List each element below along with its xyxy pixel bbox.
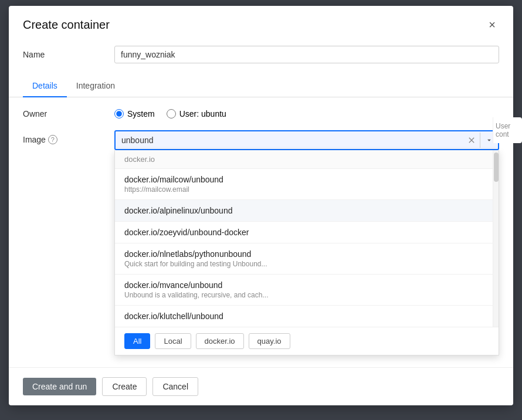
owner-row: Owner System User: ubuntu [23, 109, 499, 118]
modal-footer: Create and run Create Cancel [9, 367, 513, 405]
modal-title: Create container [23, 18, 110, 32]
modal-overlay: Create container × Name Details Integrat… [0, 0, 522, 420]
image-dropdown-list: docker.io docker.io/mailcow/unbound http… [114, 150, 499, 355]
tab-integration[interactable]: Integration [67, 75, 124, 97]
image-label-wrapper: Image ? [23, 130, 105, 144]
create-and-run-button[interactable]: Create and run [23, 378, 96, 395]
dropdown-item-sub-3: Quick start for building and testing Unb… [124, 260, 489, 268]
dropdown-item-main-5: docker.io/klutchell/unbound [124, 311, 489, 321]
dropdown-scrollbar-thumb [494, 153, 499, 182]
name-label: Name [23, 50, 105, 59]
owner-ubuntu-label: User: ubuntu [179, 109, 226, 118]
image-clear-button[interactable] [463, 133, 480, 147]
image-input-container [114, 130, 499, 150]
image-help-icon[interactable]: ? [48, 135, 57, 144]
filter-local-button[interactable]: Local [155, 333, 191, 349]
dropdown-item-3[interactable]: docker.io/nlnetlabs/pythonunbound Quick … [115, 243, 499, 275]
filter-quayio-button[interactable]: quay.io [249, 333, 290, 349]
create-container-modal: Create container × Name Details Integrat… [9, 6, 513, 405]
cancel-button[interactable]: Cancel [152, 377, 198, 396]
dropdown-item-main-2: docker.io/zoeyvid/unbound-docker [124, 228, 489, 237]
dropdown-item-sub-4: Unbound is a validating, recursive, and … [124, 291, 489, 299]
side-panel-line1: User [496, 122, 520, 130]
chevron-down-icon [485, 136, 493, 144]
modal-body: Owner System User: ubuntu Image ? [9, 97, 513, 367]
side-panel: User cont [493, 117, 522, 143]
side-panel-line2: cont [496, 130, 520, 138]
dropdown-item-main-1: docker.io/alpinelinux/unbound [124, 206, 489, 215]
image-input-wrapper: docker.io docker.io/mailcow/unbound http… [114, 130, 499, 355]
dropdown-item-1[interactable]: docker.io/alpinelinux/unbound [115, 200, 499, 222]
owner-system-label: System [127, 109, 155, 118]
dropdown-registry-header: docker.io [115, 150, 499, 169]
clear-icon [467, 136, 476, 145]
dropdown-item-main-4: docker.io/mvance/unbound [124, 280, 489, 290]
owner-system-option[interactable]: System [114, 109, 155, 118]
filter-all-button[interactable]: All [124, 333, 150, 349]
create-button[interactable]: Create [102, 377, 147, 396]
owner-ubuntu-option[interactable]: User: ubuntu [167, 109, 226, 118]
image-row: Image ? [23, 130, 499, 355]
dropdown-footer: All Local docker.io quay.io [115, 327, 499, 355]
dropdown-item-5[interactable]: docker.io/klutchell/unbound [115, 306, 499, 327]
modal-header: Create container × [9, 6, 513, 41]
tabs-bar: Details Integration [9, 75, 513, 97]
owner-label: Owner [23, 109, 105, 118]
filter-dockerio-button[interactable]: docker.io [196, 333, 244, 349]
dropdown-item-2[interactable]: docker.io/zoeyvid/unbound-docker [115, 222, 499, 243]
dropdown-item-main-3: docker.io/nlnetlabs/pythonunbound [124, 249, 489, 259]
dropdown-scrollbar[interactable] [493, 150, 499, 327]
dropdown-item-4[interactable]: docker.io/mvance/unbound Unbound is a va… [115, 275, 499, 306]
image-label: Image [23, 135, 46, 144]
image-search-input[interactable] [116, 131, 463, 149]
close-button[interactable]: × [485, 18, 499, 32]
dropdown-item-sub-0: https://mailcow.email [124, 185, 489, 194]
tab-details[interactable]: Details [23, 75, 67, 97]
name-row: Name [9, 41, 513, 75]
owner-radio-group: System User: ubuntu [114, 109, 226, 118]
dropdown-item-0[interactable]: docker.io/mailcow/unbound https://mailco… [115, 169, 499, 200]
owner-system-radio[interactable] [114, 109, 124, 118]
dropdown-item-main-0: docker.io/mailcow/unbound [124, 175, 489, 184]
owner-ubuntu-radio[interactable] [167, 109, 176, 118]
name-input[interactable] [114, 46, 499, 63]
